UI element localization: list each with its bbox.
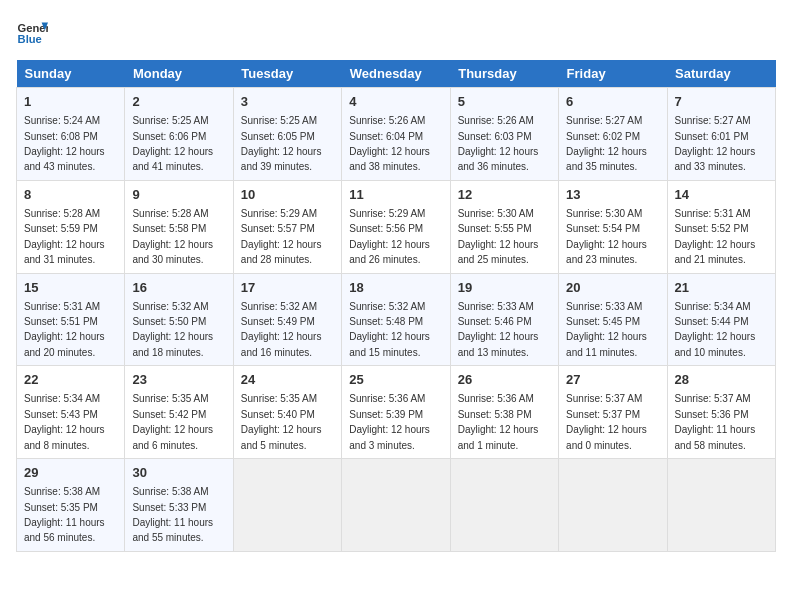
day-cell bbox=[559, 459, 667, 552]
daylight-text: Daylight: 12 hours and 16 minutes. bbox=[241, 331, 322, 357]
daylight-text: Daylight: 12 hours and 25 minutes. bbox=[458, 239, 539, 265]
day-number: 28 bbox=[675, 371, 768, 389]
sunrise-text: Sunrise: 5:34 AM bbox=[675, 301, 751, 312]
daylight-text: Daylight: 12 hours and 0 minutes. bbox=[566, 424, 647, 450]
sunrise-text: Sunrise: 5:35 AM bbox=[132, 393, 208, 404]
calendar-table: SundayMondayTuesdayWednesdayThursdayFrid… bbox=[16, 60, 776, 552]
daylight-text: Daylight: 12 hours and 41 minutes. bbox=[132, 146, 213, 172]
sunrise-text: Sunrise: 5:33 AM bbox=[566, 301, 642, 312]
day-number: 12 bbox=[458, 186, 551, 204]
daylight-text: Daylight: 12 hours and 36 minutes. bbox=[458, 146, 539, 172]
day-number: 25 bbox=[349, 371, 442, 389]
day-cell bbox=[233, 459, 341, 552]
header-cell-sunday: Sunday bbox=[17, 60, 125, 88]
daylight-text: Daylight: 12 hours and 13 minutes. bbox=[458, 331, 539, 357]
sunset-text: Sunset: 5:51 PM bbox=[24, 316, 98, 327]
sunrise-text: Sunrise: 5:32 AM bbox=[132, 301, 208, 312]
day-number: 4 bbox=[349, 93, 442, 111]
day-cell: 30Sunrise: 5:38 AMSunset: 5:33 PMDayligh… bbox=[125, 459, 233, 552]
sunset-text: Sunset: 5:57 PM bbox=[241, 223, 315, 234]
daylight-text: Daylight: 12 hours and 6 minutes. bbox=[132, 424, 213, 450]
daylight-text: Daylight: 12 hours and 31 minutes. bbox=[24, 239, 105, 265]
daylight-text: Daylight: 12 hours and 38 minutes. bbox=[349, 146, 430, 172]
day-cell: 28Sunrise: 5:37 AMSunset: 5:36 PMDayligh… bbox=[667, 366, 775, 459]
sunset-text: Sunset: 5:55 PM bbox=[458, 223, 532, 234]
header-cell-thursday: Thursday bbox=[450, 60, 558, 88]
daylight-text: Daylight: 12 hours and 1 minute. bbox=[458, 424, 539, 450]
day-number: 23 bbox=[132, 371, 225, 389]
day-cell: 23Sunrise: 5:35 AMSunset: 5:42 PMDayligh… bbox=[125, 366, 233, 459]
day-number: 16 bbox=[132, 279, 225, 297]
day-number: 10 bbox=[241, 186, 334, 204]
sunrise-text: Sunrise: 5:38 AM bbox=[24, 486, 100, 497]
sunrise-text: Sunrise: 5:33 AM bbox=[458, 301, 534, 312]
day-number: 5 bbox=[458, 93, 551, 111]
sunset-text: Sunset: 5:40 PM bbox=[241, 409, 315, 420]
day-cell bbox=[667, 459, 775, 552]
sunrise-text: Sunrise: 5:36 AM bbox=[458, 393, 534, 404]
calendar-header: SundayMondayTuesdayWednesdayThursdayFrid… bbox=[17, 60, 776, 88]
sunrise-text: Sunrise: 5:31 AM bbox=[24, 301, 100, 312]
day-number: 8 bbox=[24, 186, 117, 204]
sunset-text: Sunset: 6:08 PM bbox=[24, 131, 98, 142]
day-number: 21 bbox=[675, 279, 768, 297]
daylight-text: Daylight: 12 hours and 18 minutes. bbox=[132, 331, 213, 357]
week-row-4: 22Sunrise: 5:34 AMSunset: 5:43 PMDayligh… bbox=[17, 366, 776, 459]
daylight-text: Daylight: 12 hours and 30 minutes. bbox=[132, 239, 213, 265]
day-cell: 26Sunrise: 5:36 AMSunset: 5:38 PMDayligh… bbox=[450, 366, 558, 459]
day-cell bbox=[450, 459, 558, 552]
daylight-text: Daylight: 11 hours and 55 minutes. bbox=[132, 517, 213, 543]
sunrise-text: Sunrise: 5:24 AM bbox=[24, 115, 100, 126]
sunset-text: Sunset: 5:44 PM bbox=[675, 316, 749, 327]
day-number: 22 bbox=[24, 371, 117, 389]
sunrise-text: Sunrise: 5:31 AM bbox=[675, 208, 751, 219]
sunrise-text: Sunrise: 5:37 AM bbox=[675, 393, 751, 404]
sunrise-text: Sunrise: 5:27 AM bbox=[675, 115, 751, 126]
sunset-text: Sunset: 6:02 PM bbox=[566, 131, 640, 142]
sunrise-text: Sunrise: 5:32 AM bbox=[241, 301, 317, 312]
daylight-text: Daylight: 11 hours and 58 minutes. bbox=[675, 424, 756, 450]
daylight-text: Daylight: 12 hours and 39 minutes. bbox=[241, 146, 322, 172]
daylight-text: Daylight: 12 hours and 35 minutes. bbox=[566, 146, 647, 172]
day-number: 13 bbox=[566, 186, 659, 204]
week-row-3: 15Sunrise: 5:31 AMSunset: 5:51 PMDayligh… bbox=[17, 273, 776, 366]
header-cell-saturday: Saturday bbox=[667, 60, 775, 88]
day-cell: 9Sunrise: 5:28 AMSunset: 5:58 PMDaylight… bbox=[125, 180, 233, 273]
sunset-text: Sunset: 5:59 PM bbox=[24, 223, 98, 234]
sunrise-text: Sunrise: 5:37 AM bbox=[566, 393, 642, 404]
day-cell: 22Sunrise: 5:34 AMSunset: 5:43 PMDayligh… bbox=[17, 366, 125, 459]
daylight-text: Daylight: 12 hours and 20 minutes. bbox=[24, 331, 105, 357]
sunrise-text: Sunrise: 5:30 AM bbox=[566, 208, 642, 219]
sunrise-text: Sunrise: 5:28 AM bbox=[132, 208, 208, 219]
day-cell: 19Sunrise: 5:33 AMSunset: 5:46 PMDayligh… bbox=[450, 273, 558, 366]
day-cell: 5Sunrise: 5:26 AMSunset: 6:03 PMDaylight… bbox=[450, 88, 558, 181]
sunset-text: Sunset: 5:39 PM bbox=[349, 409, 423, 420]
day-cell: 17Sunrise: 5:32 AMSunset: 5:49 PMDayligh… bbox=[233, 273, 341, 366]
week-row-5: 29Sunrise: 5:38 AMSunset: 5:35 PMDayligh… bbox=[17, 459, 776, 552]
sunrise-text: Sunrise: 5:26 AM bbox=[458, 115, 534, 126]
sunrise-text: Sunrise: 5:27 AM bbox=[566, 115, 642, 126]
sunset-text: Sunset: 5:58 PM bbox=[132, 223, 206, 234]
day-number: 17 bbox=[241, 279, 334, 297]
sunrise-text: Sunrise: 5:29 AM bbox=[241, 208, 317, 219]
day-cell: 29Sunrise: 5:38 AMSunset: 5:35 PMDayligh… bbox=[17, 459, 125, 552]
sunset-text: Sunset: 5:52 PM bbox=[675, 223, 749, 234]
day-number: 18 bbox=[349, 279, 442, 297]
logo-icon: General Blue bbox=[16, 16, 48, 48]
daylight-text: Daylight: 12 hours and 33 minutes. bbox=[675, 146, 756, 172]
week-row-2: 8Sunrise: 5:28 AMSunset: 5:59 PMDaylight… bbox=[17, 180, 776, 273]
day-cell: 24Sunrise: 5:35 AMSunset: 5:40 PMDayligh… bbox=[233, 366, 341, 459]
header-cell-tuesday: Tuesday bbox=[233, 60, 341, 88]
day-number: 15 bbox=[24, 279, 117, 297]
day-number: 29 bbox=[24, 464, 117, 482]
calendar-body: 1Sunrise: 5:24 AMSunset: 6:08 PMDaylight… bbox=[17, 88, 776, 552]
sunset-text: Sunset: 6:03 PM bbox=[458, 131, 532, 142]
day-number: 2 bbox=[132, 93, 225, 111]
sunrise-text: Sunrise: 5:26 AM bbox=[349, 115, 425, 126]
day-cell: 20Sunrise: 5:33 AMSunset: 5:45 PMDayligh… bbox=[559, 273, 667, 366]
sunrise-text: Sunrise: 5:32 AM bbox=[349, 301, 425, 312]
day-cell: 12Sunrise: 5:30 AMSunset: 5:55 PMDayligh… bbox=[450, 180, 558, 273]
week-row-1: 1Sunrise: 5:24 AMSunset: 6:08 PMDaylight… bbox=[17, 88, 776, 181]
day-number: 26 bbox=[458, 371, 551, 389]
sunset-text: Sunset: 5:35 PM bbox=[24, 502, 98, 513]
